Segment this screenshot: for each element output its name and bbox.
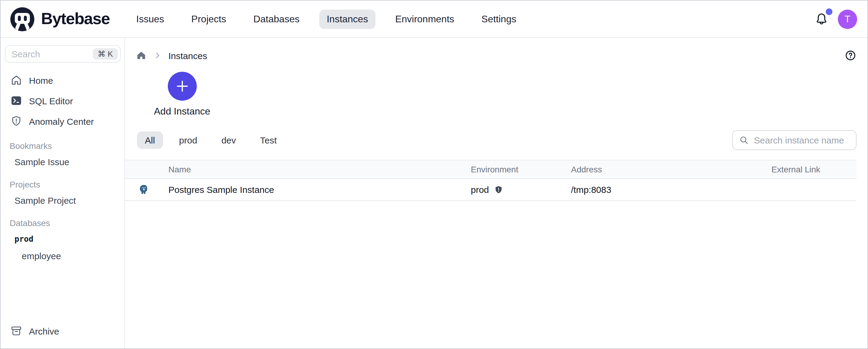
- top-nav-items: Issues Projects Databases Instances Envi…: [129, 9, 523, 29]
- plus-icon[interactable]: [167, 72, 196, 101]
- environment-tabs: All prod dev Test: [137, 131, 285, 149]
- sidebar-item-env-prod[interactable]: prod: [1, 230, 124, 247]
- top-navigation-bar: Bytebase Issues Projects Databases Insta…: [1, 1, 867, 38]
- search-icon: [739, 135, 749, 145]
- section-label: Databases: [1, 216, 124, 230]
- add-instance-button[interactable]: Add Instance: [154, 72, 210, 117]
- column-header-external-link: External Link: [771, 165, 857, 174]
- sidebar-item-anomaly-center[interactable]: Anomaly Center: [1, 111, 124, 131]
- sidebar-item-sql-editor[interactable]: SQL Editor: [1, 91, 124, 111]
- table-header-row: Name Environment Address External Link: [125, 160, 857, 179]
- sidebar-item-label: Archive: [29, 326, 59, 336]
- brand-name: Bytebase: [41, 10, 110, 28]
- nav-item-projects[interactable]: Projects: [184, 9, 234, 29]
- shield-protected-icon: [494, 185, 503, 195]
- notifications-button[interactable]: [814, 12, 829, 26]
- section-label: Projects: [1, 177, 124, 192]
- tab-dev[interactable]: dev: [213, 131, 244, 149]
- topbar-right: T: [814, 9, 857, 29]
- nav-item-instances[interactable]: Instances: [319, 9, 375, 29]
- column-header-address: Address: [571, 165, 771, 174]
- sidebar-item-home[interactable]: Home: [1, 70, 124, 91]
- breadcrumb-home-icon[interactable]: [136, 50, 147, 61]
- archive-icon: [10, 325, 22, 337]
- column-header-name: Name: [155, 165, 471, 174]
- sidebar-nav: Home SQL Editor: [1, 63, 124, 131]
- avatar-initial: T: [844, 13, 850, 25]
- app-window: Bytebase Issues Projects Databases Insta…: [0, 0, 868, 349]
- help-icon: [844, 49, 857, 62]
- search-shortcut-badge: ⌘ K: [93, 48, 118, 60]
- instance-filter-row: All prod dev Test: [137, 130, 857, 150]
- shield-alert-icon: [10, 115, 22, 127]
- breadcrumb: Instances: [125, 38, 867, 64]
- sidebar-section-projects: Projects Sample Project: [1, 177, 124, 209]
- sidebar-section-databases: Databases prod employee: [1, 216, 124, 264]
- nav-item-environments[interactable]: Environments: [388, 9, 462, 29]
- user-avatar[interactable]: T: [838, 9, 857, 29]
- environment-value: prod: [471, 184, 489, 195]
- sidebar-search-input[interactable]: [11, 49, 93, 59]
- sidebar-item-sample-project[interactable]: Sample Project: [1, 192, 124, 209]
- nav-item-issues[interactable]: Issues: [129, 9, 172, 29]
- bytebase-logo[interactable]: Bytebase: [9, 6, 110, 32]
- add-instance-label: Add Instance: [154, 106, 210, 117]
- breadcrumb-current: Instances: [168, 50, 207, 61]
- sidebar-item-label: SQL Editor: [29, 96, 73, 106]
- terminal-icon: [10, 95, 22, 107]
- sidebar-item-label: Home: [29, 75, 53, 85]
- nav-item-settings[interactable]: Settings: [474, 9, 524, 29]
- bytebase-logo-icon: [9, 6, 36, 32]
- sidebar-item-archive[interactable]: Archive: [1, 321, 124, 341]
- chevron-right-icon: [153, 51, 162, 60]
- table-row[interactable]: Postgres Sample Instance prod /tmp:8083: [125, 179, 857, 201]
- nav-item-databases[interactable]: Databases: [246, 9, 307, 29]
- column-header-environment: Environment: [471, 165, 571, 174]
- instance-name: Postgres Sample Instance: [155, 184, 471, 195]
- instance-search[interactable]: [732, 130, 857, 150]
- home-icon: [10, 74, 22, 86]
- sidebar-item-sample-issue[interactable]: Sample Issue: [1, 153, 124, 170]
- tab-test[interactable]: Test: [252, 131, 285, 149]
- tab-prod[interactable]: prod: [171, 131, 205, 149]
- sidebar-search[interactable]: ⌘ K: [5, 45, 121, 63]
- instance-address: /tmp:8083: [571, 184, 771, 195]
- instance-environment: prod: [471, 184, 571, 195]
- sidebar-item-label: Anomaly Center: [29, 116, 94, 126]
- tab-all[interactable]: All: [137, 131, 163, 149]
- sidebar-section-bookmarks: Bookmarks Sample Issue: [1, 139, 124, 170]
- sidebar-item-db-employee[interactable]: employee: [1, 247, 124, 264]
- help-button[interactable]: [844, 49, 857, 62]
- instance-search-input[interactable]: [754, 135, 850, 145]
- notification-dot: [826, 8, 832, 15]
- instances-table: Name Environment Address External Link P…: [125, 160, 857, 201]
- postgres-icon: [125, 184, 155, 195]
- section-label: Bookmarks: [1, 139, 124, 153]
- main-content: Instances: [125, 38, 867, 348]
- sidebar: ⌘ K Home: [1, 38, 125, 348]
